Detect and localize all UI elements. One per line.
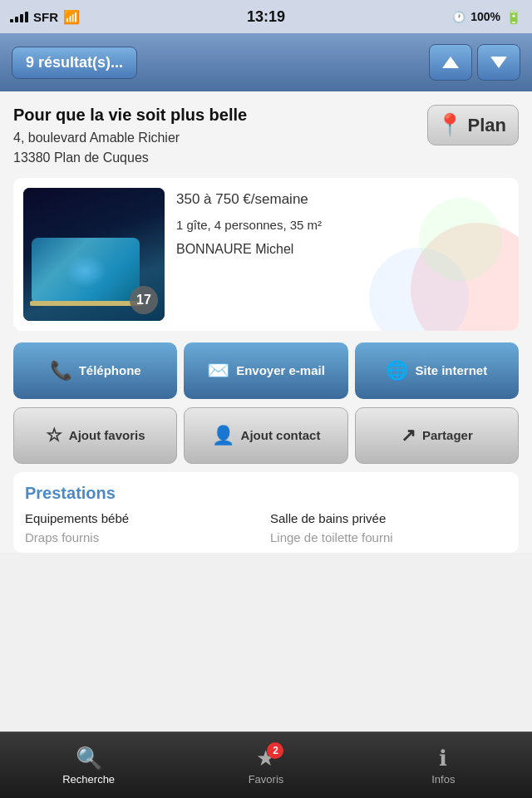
plan-button[interactable]: 📍 Plan xyxy=(427,105,519,145)
search-tab-icon: 🔍 xyxy=(76,746,102,771)
clock-icon: 🕐 xyxy=(452,11,466,23)
pin-icon: 📍 xyxy=(436,112,463,138)
tab-infos[interactable]: ℹ Infos xyxy=(356,746,531,786)
share-icon: ↗ xyxy=(401,425,416,446)
contact-label: Ajout contact xyxy=(241,427,321,444)
tab-favoris[interactable]: ★ 2 Favoris xyxy=(178,746,353,786)
status-left: SFR 📶 xyxy=(10,9,80,25)
prestations-section: Prestations Equipements bébé Salle de ba… xyxy=(13,472,519,553)
tab-infos-label: Infos xyxy=(431,773,455,786)
phone-icon: 📞 xyxy=(50,360,72,382)
email-button[interactable]: ✉️ Envoyer e-mail xyxy=(184,342,347,399)
action-row-1: 📞 Téléphone ✉️ Envoyer e-mail 🌐 Site int… xyxy=(13,342,519,399)
listing-header: Pour que la vie soit plus belle 4, boule… xyxy=(13,105,519,168)
prestations-title: Prestations xyxy=(25,484,507,503)
nav-bar: 9 résultat(s)... xyxy=(0,33,532,91)
pool-edge xyxy=(30,301,141,306)
favorites-label: Ajout favoris xyxy=(69,427,145,444)
listing-title-block: Pour que la vie soit plus belle 4, boule… xyxy=(13,105,247,168)
wifi-icon: 📶 xyxy=(63,9,80,25)
prestations-grid: Equipements bébé Salle de bains privée D… xyxy=(25,511,507,544)
carrier-label: SFR xyxy=(33,10,58,24)
email-icon: ✉️ xyxy=(207,360,229,382)
property-details: 350 à 750 €/semaine 1 gîte, 4 personnes,… xyxy=(176,188,509,321)
nav-down-button[interactable] xyxy=(477,44,520,81)
site-button[interactable]: 🌐 Site internet xyxy=(355,342,519,399)
nav-arrows xyxy=(429,44,520,81)
share-label: Partager xyxy=(422,427,473,444)
globe-icon: 🌐 xyxy=(386,360,408,382)
results-badge: 9 résultat(s)... xyxy=(12,47,137,79)
listing-name: Pour que la vie soit plus belle xyxy=(13,105,247,125)
status-right: 🕐 100% 🔋 xyxy=(452,9,522,25)
tab-favoris-label: Favoris xyxy=(249,773,284,786)
signal-bars xyxy=(10,12,28,22)
status-time: 13:19 xyxy=(247,8,285,26)
star-icon: ☆ xyxy=(46,425,62,446)
contact-icon: 👤 xyxy=(212,425,234,446)
tab-recherche-label: Recherche xyxy=(62,773,115,786)
image-count-badge: 17 xyxy=(130,286,158,314)
listing-address1: 4, boulevard Amable Richier xyxy=(13,128,247,148)
favorites-button[interactable]: ☆ Ajout favoris xyxy=(13,407,177,464)
action-row-2: ☆ Ajout favoris 👤 Ajout contact ↗ Partag… xyxy=(13,407,519,464)
contact-button[interactable]: 👤 Ajout contact xyxy=(184,407,347,464)
prestation-salle: Salle de bains privée xyxy=(270,511,507,525)
tab-bar: 🔍 Recherche ★ 2 Favoris ℹ Infos xyxy=(0,732,532,798)
battery-icon: 🔋 xyxy=(505,9,522,25)
property-info: 1 gîte, 4 personnes, 35 m² xyxy=(176,218,509,232)
telephone-label: Téléphone xyxy=(79,362,141,379)
nav-up-button[interactable] xyxy=(429,44,472,81)
email-label: Envoyer e-mail xyxy=(236,362,325,379)
site-label: Site internet xyxy=(415,362,487,379)
share-button[interactable]: ↗ Partager xyxy=(355,407,519,464)
prestation-linge: Linge de toilette fourni xyxy=(270,530,507,544)
up-arrow-icon xyxy=(442,57,459,68)
status-bar: SFR 📶 13:19 🕐 100% 🔋 xyxy=(0,0,532,33)
property-price: 350 à 750 €/semaine xyxy=(176,191,509,208)
property-card: 17 350 à 750 €/semaine 1 gîte, 4 personn… xyxy=(13,178,519,331)
favoris-badge: 2 xyxy=(267,742,283,759)
main-content: Pour que la vie soit plus belle 4, boule… xyxy=(0,91,532,553)
info-tab-icon: ℹ xyxy=(439,746,447,771)
telephone-button[interactable]: 📞 Téléphone xyxy=(13,342,177,399)
down-arrow-icon xyxy=(490,57,507,68)
tab-recherche[interactable]: 🔍 Recherche xyxy=(1,746,176,786)
pool-light xyxy=(65,254,106,288)
plan-button-label: Plan xyxy=(468,115,506,136)
property-owner: BONNAURE Michel xyxy=(176,242,509,257)
listing-address2: 13380 Plan de Cuques xyxy=(13,148,247,168)
tab-favoris-badge-container: ★ 2 xyxy=(256,746,275,771)
prestation-equipements: Equipements bébé xyxy=(25,511,262,525)
battery-label: 100% xyxy=(470,10,500,23)
prestation-draps: Draps fournis xyxy=(25,530,262,544)
property-image[interactable]: 17 xyxy=(23,188,165,321)
